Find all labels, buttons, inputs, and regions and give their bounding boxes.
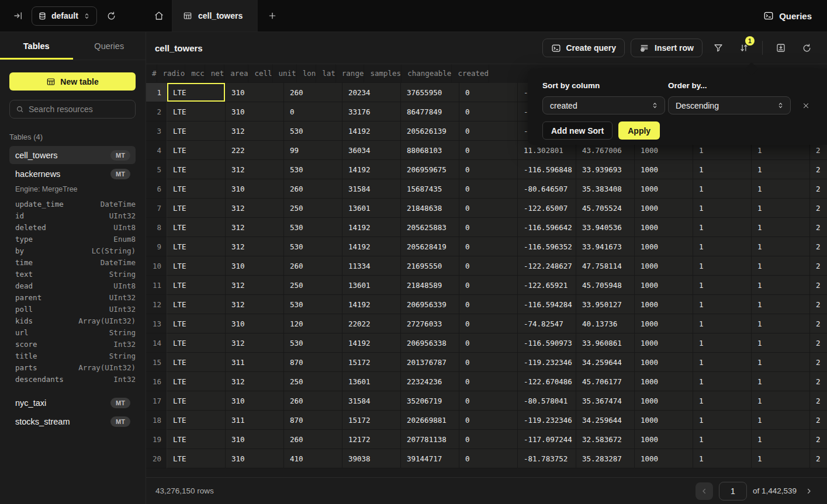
cell-radio[interactable]: LTE — [167, 199, 226, 218]
cell-created[interactable]: 2 — [810, 314, 827, 333]
cell-area[interactable]: 15172 — [342, 411, 401, 430]
cell-samples[interactable]: 1 — [693, 256, 752, 276]
cell-cell[interactable]: 86477849 — [401, 102, 459, 121]
cell-area[interactable]: 14192 — [342, 333, 401, 353]
cell-changeable[interactable]: 1 — [752, 256, 810, 276]
cell-unit[interactable]: 0 — [459, 102, 518, 121]
cell-mcc[interactable]: 310 — [226, 430, 284, 449]
cell-changeable[interactable]: 1 — [752, 218, 810, 237]
cell-mcc[interactable]: 310 — [226, 391, 284, 411]
cell-cell[interactable]: 202669881 — [401, 411, 459, 430]
cell-lon[interactable]: -117.097244 — [518, 430, 576, 449]
cell-cell[interactable]: 205628419 — [401, 237, 459, 256]
cell-mcc[interactable]: 312 — [226, 237, 284, 256]
sidebar-tab-tables[interactable]: Tables — [0, 32, 73, 60]
cell-net[interactable]: 530 — [284, 160, 342, 179]
cell-created[interactable]: 2 — [810, 218, 827, 237]
column-header[interactable]: samples — [364, 64, 402, 83]
sidebar-collapse-icon[interactable] — [13, 11, 23, 21]
cell-lat[interactable]: 33.960861 — [576, 333, 635, 353]
cell-radio[interactable]: LTE — [167, 430, 226, 449]
cell-net[interactable]: 260 — [284, 256, 342, 276]
cell-lon[interactable]: -80.646507 — [518, 179, 576, 199]
cell-area[interactable]: 39038 — [342, 449, 401, 468]
cell-radio[interactable]: LTE — [167, 314, 226, 333]
cell-lon[interactable]: -116.594284 — [518, 295, 576, 314]
sort-column-select[interactable]: created — [542, 96, 665, 114]
cell-mcc[interactable]: 312 — [226, 372, 284, 391]
cell-lon[interactable]: -122.248627 — [518, 256, 576, 276]
cell-unit[interactable]: 0 — [459, 333, 518, 353]
cell-range[interactable]: 1000 — [635, 160, 693, 179]
cell-mcc[interactable]: 310 — [226, 83, 284, 102]
cell-range[interactable]: 1000 — [635, 333, 693, 353]
cell-area[interactable]: 13601 — [342, 199, 401, 218]
new-table-button[interactable]: New table — [9, 72, 136, 91]
cell-samples[interactable]: 1 — [693, 314, 752, 333]
cell-radio[interactable]: LTE — [167, 141, 226, 160]
cell-lat[interactable]: 47.758114 — [576, 256, 635, 276]
cell-lat[interactable]: 35.383408 — [576, 179, 635, 199]
cell-mcc[interactable]: 312 — [226, 160, 284, 179]
cell-changeable[interactable]: 1 — [752, 314, 810, 333]
cell-range[interactable]: 1000 — [635, 218, 693, 237]
cell-lon[interactable]: -80.578041 — [518, 391, 576, 411]
cell-unit[interactable]: 0 — [459, 411, 518, 430]
cell-area[interactable]: 13601 — [342, 276, 401, 295]
cell-range[interactable]: 1000 — [635, 372, 693, 391]
cell-changeable[interactable]: 1 — [752, 391, 810, 411]
cell-changeable[interactable]: 1 — [752, 160, 810, 179]
cell-range[interactable]: 1000 — [635, 411, 693, 430]
cell-unit[interactable]: 0 — [459, 295, 518, 314]
cell-samples[interactable]: 1 — [693, 179, 752, 199]
cell-mcc[interactable]: 310 — [226, 449, 284, 468]
cell-lon[interactable]: -122.670486 — [518, 372, 576, 391]
cell-mcc[interactable]: 312 — [226, 295, 284, 314]
cell-net[interactable]: 99 — [284, 141, 342, 160]
cell-lat[interactable]: 35.283287 — [576, 449, 635, 468]
cell-area[interactable]: 13601 — [342, 372, 401, 391]
create-query-button[interactable]: Create query — [542, 39, 625, 57]
database-selector[interactable]: default — [32, 6, 97, 26]
column-header[interactable]: cell — [248, 64, 272, 83]
cell-cell[interactable]: 35206719 — [401, 391, 459, 411]
cell-samples[interactable]: 1 — [693, 199, 752, 218]
cell-samples[interactable]: 1 — [693, 276, 752, 295]
cell-samples[interactable]: 1 — [693, 237, 752, 256]
cell-net[interactable]: 530 — [284, 121, 342, 141]
cell-net[interactable]: 530 — [284, 295, 342, 314]
cell-cell[interactable]: 21695550 — [401, 256, 459, 276]
cell-cell[interactable]: 88068103 — [401, 141, 459, 160]
cell-cell[interactable]: 207781138 — [401, 430, 459, 449]
filter-button[interactable] — [708, 39, 728, 57]
apply-sort-button[interactable]: Apply — [618, 121, 660, 140]
column-header[interactable]: lon — [297, 64, 317, 83]
download-button[interactable] — [771, 39, 791, 57]
cell-net[interactable]: 260 — [284, 391, 342, 411]
column-header[interactable]: range — [336, 64, 365, 83]
cell-range[interactable]: 1000 — [635, 353, 693, 372]
cell-created[interactable]: 2 — [810, 160, 827, 179]
cell-lon[interactable]: -116.590973 — [518, 333, 576, 353]
cell-created[interactable]: 2 — [810, 276, 827, 295]
close-icon[interactable] — [802, 102, 810, 110]
column-header[interactable]: unit — [273, 64, 297, 83]
cell-created[interactable]: 2 — [810, 199, 827, 218]
cell-area[interactable]: 14192 — [342, 218, 401, 237]
cell-mcc[interactable]: 222 — [226, 141, 284, 160]
cell-samples[interactable]: 1 — [693, 295, 752, 314]
cell-net[interactable]: 530 — [284, 237, 342, 256]
cell-radio[interactable]: LTE — [167, 411, 226, 430]
cell-range[interactable]: 1000 — [635, 391, 693, 411]
cell-unit[interactable]: 0 — [459, 218, 518, 237]
cell-unit[interactable]: 0 — [459, 83, 518, 102]
cell-changeable[interactable]: 1 — [752, 179, 810, 199]
cell-range[interactable]: 1000 — [635, 314, 693, 333]
cell-lat[interactable]: 33.939693 — [576, 160, 635, 179]
cell-unit[interactable]: 0 — [459, 276, 518, 295]
cell-created[interactable]: 2 — [810, 333, 827, 353]
cell-created[interactable]: 2 — [810, 179, 827, 199]
cell-mcc[interactable]: 312 — [226, 199, 284, 218]
cell-unit[interactable]: 0 — [459, 179, 518, 199]
insert-row-button[interactable]: Insert row — [631, 39, 703, 57]
